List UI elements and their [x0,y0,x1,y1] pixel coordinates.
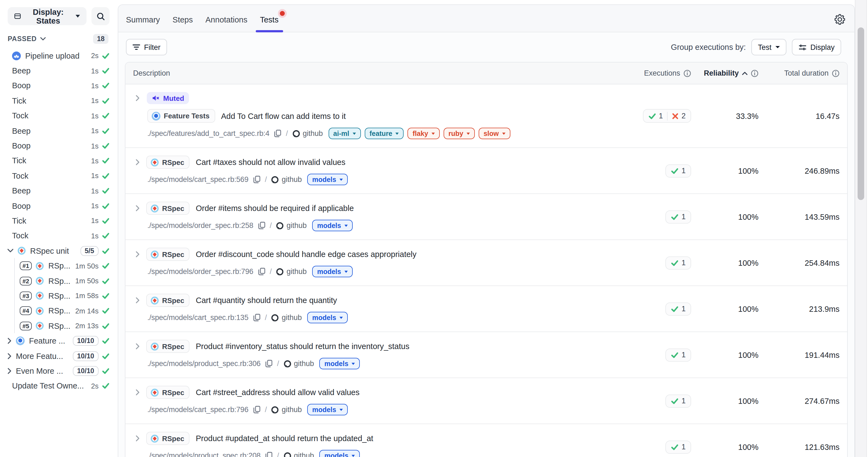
github-link[interactable]: github [283,360,314,368]
tab-tests[interactable]: Tests [259,7,280,32]
sidebar-item[interactable]: Feature ... 10/10 [0,334,116,348]
expand-chevron-icon[interactable] [135,251,140,258]
info-icon[interactable] [683,69,691,77]
copy-icon[interactable] [265,452,273,457]
copy-icon[interactable] [253,313,260,322]
sidebar-item[interactable]: Boop 1s [0,138,116,153]
copy-icon[interactable] [258,267,265,276]
sidebar-item[interactable]: #2 RSp... 1m 50s [0,274,116,288]
github-link[interactable]: github [276,267,307,276]
copy-icon[interactable] [258,221,265,230]
sidebar-item[interactable]: Even More ... 10/10 [0,363,116,378]
tag-pill[interactable]: models [307,404,348,416]
chromium-icon [152,112,160,120]
tab-steps[interactable]: Steps [172,7,194,32]
github-icon [271,406,279,413]
test-title: Cart #taxes should not allow invalid val… [196,158,345,167]
failed-count: 2 [682,112,686,120]
sidebar-item[interactable]: #5 RSp... 2m 13s [0,318,116,334]
test-suite-badge[interactable]: RSpec [146,340,190,353]
github-link[interactable]: github [271,313,302,322]
settings-gear-button[interactable] [832,11,848,27]
check-icon [671,351,679,359]
page-scrollbar-track[interactable] [855,0,867,457]
sidebar-item[interactable]: #4 RSp... 2m 14s [0,303,116,318]
sidebar-item[interactable]: Boop 1s [0,78,116,93]
sidebar-item[interactable]: #3 RSp... 1m 58s [0,288,116,304]
sidebar-item[interactable]: Beep 1s [0,123,116,138]
copy-icon[interactable] [253,175,260,183]
spec-file-path: ./spec/models/cart_spec.rb:135 [147,313,248,322]
check-icon [671,259,679,266]
sidebar-item[interactable]: Tock 1s [0,228,116,243]
info-icon[interactable] [751,69,758,77]
sidebar-item[interactable]: RSpec unit 5/5 [0,243,116,258]
test-suite-badge[interactable]: RSpec [146,294,190,307]
sidebar-item[interactable]: Pipeline upload 2s [0,48,116,63]
sidebar-item[interactable]: Beep 1s [0,183,116,198]
check-icon [102,217,110,225]
tag-pill[interactable]: ruby [443,128,475,139]
sidebar-item[interactable]: Tock 1s [0,108,116,123]
page-scrollbar-thumb[interactable] [858,27,864,200]
sidebar-item[interactable]: Beep 1s [0,63,116,78]
expand-chevron-icon[interactable] [135,435,140,442]
expand-chevron-icon[interactable] [135,205,140,211]
github-link[interactable]: github [271,175,302,183]
expand-chevron-icon[interactable] [135,297,140,304]
tag-label: models [317,222,341,229]
test-suite-badge[interactable]: RSpec [146,155,190,169]
expand-chevron-icon[interactable] [135,343,140,350]
github-link[interactable]: github [271,405,302,414]
tag-pill[interactable]: models [312,220,353,231]
sidebar-item[interactable]: Tick 1s [0,93,116,108]
tag-pill[interactable]: feature [365,128,404,139]
github-link[interactable]: github [276,221,307,230]
expand-chevron-icon[interactable] [135,389,140,396]
sidebar-item[interactable]: Tick 1s [0,213,116,229]
passed-section-header[interactable]: PASSED 18 [0,30,116,47]
gear-icon [834,14,845,25]
test-suite-badge[interactable]: RSpec [146,202,190,215]
column-header-executions[interactable]: Executions [644,69,691,77]
tab-summary[interactable]: Summary [125,7,161,32]
display-options-button[interactable]: Display [792,39,841,55]
active-tab-underline [255,30,283,32]
tag-pill[interactable]: ai-ml [328,128,361,139]
group-by-select[interactable]: Test [751,39,786,55]
expand-chevron-icon[interactable] [135,95,140,102]
test-title: Add To Cart flow can add items to it [221,112,346,120]
filter-button[interactable]: Filter [126,39,167,55]
tag-pill[interactable]: models [319,358,360,369]
check-icon [102,232,110,240]
tag-pill[interactable]: models [319,450,360,457]
tag-pill[interactable]: slow [478,128,510,139]
copy-icon[interactable] [265,360,273,368]
tag-pill[interactable]: flaky [408,128,440,139]
copy-icon[interactable] [274,129,281,138]
passed-count: 1 [682,351,686,359]
sidebar-item[interactable]: More Featu... 10/10 [0,348,116,364]
sidebar-item[interactable]: Tock 1s [0,168,116,183]
tag-pill[interactable]: models [307,174,348,185]
info-icon[interactable] [832,69,839,77]
column-header-reliability[interactable]: Reliability [704,69,758,77]
tag-pill[interactable]: models [312,266,353,277]
sidebar-item[interactable]: Update Test Owne... 2s [0,378,116,394]
test-suite-badge[interactable]: RSpec [146,386,190,399]
sidebar-item[interactable]: #1 RSp... 1m 50s [0,258,116,274]
test-suite-badge[interactable]: RSpec [146,432,190,445]
column-header-total-duration[interactable]: Total duration [784,69,839,77]
test-suite-badge[interactable]: Feature Tests [147,109,215,123]
tag-pill[interactable]: models [307,312,348,323]
expand-chevron-icon[interactable] [135,159,140,166]
test-suite-badge[interactable]: RSpec [146,248,190,261]
search-button[interactable] [91,7,110,25]
copy-icon[interactable] [253,405,260,414]
github-link[interactable]: github [283,452,314,457]
sidebar-item[interactable]: Tick 1s [0,153,116,168]
github-link[interactable]: github [292,129,323,138]
tab-annotations[interactable]: Annotations [204,7,248,32]
display-states-button[interactable]: Display: States [8,7,87,25]
sidebar-item[interactable]: Boop 1s [0,198,116,213]
